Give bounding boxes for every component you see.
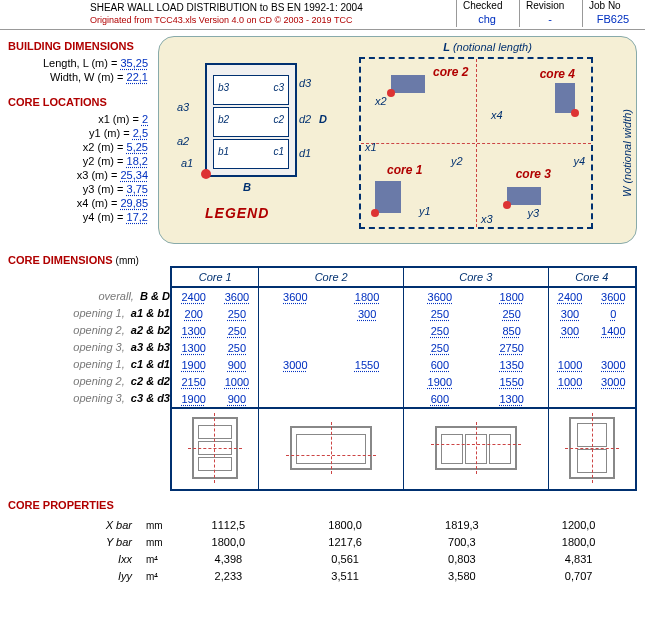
dim-cell[interactable]: 1900	[428, 376, 452, 388]
sketch-core1	[192, 417, 238, 479]
dim-cell[interactable]: 1550	[499, 376, 523, 388]
jobno-cell: Job No FB625	[582, 0, 645, 27]
prop-value: 0,561	[287, 551, 404, 568]
core4-label: core 4	[540, 67, 575, 81]
notional-length-label: L (notional length)	[359, 41, 616, 53]
dim-cell[interactable]: 1000	[225, 376, 249, 388]
prop-value: 1200,0	[520, 517, 637, 534]
param-length: Length, L (m) = 35,25	[8, 56, 148, 70]
dim-cell[interactable]: 200	[185, 308, 203, 320]
prop-value: 1112,5	[170, 517, 287, 534]
prop-label: X barmm	[8, 517, 170, 534]
dim-cell[interactable]: 1350	[499, 359, 523, 371]
core1-label: core 1	[387, 163, 422, 177]
dim-cell[interactable]: 250	[502, 308, 520, 320]
header-title-block: SHEAR WALL LOAD DISTRIBUTION to BS EN 19…	[0, 0, 456, 29]
core-frame: b3c3 b2c2 b1c1	[205, 63, 297, 177]
left-column: BUILDING DIMENSIONS Length, L (m) = 35,2…	[8, 36, 148, 244]
prop-label: Ixxm⁴	[8, 551, 170, 568]
dim-cell[interactable]: 3600	[225, 291, 249, 303]
param-y3: y3 (m) = 3,75	[8, 182, 148, 196]
doc-header: SHEAR WALL LOAD DISTRIBUTION to BS EN 19…	[0, 0, 645, 30]
v-centerline	[476, 59, 477, 227]
dim-cell[interactable]: 0	[610, 308, 616, 320]
core2-box	[391, 75, 425, 93]
dim-cell[interactable]: 300	[358, 308, 376, 320]
dim-cell[interactable]: 1000	[558, 376, 582, 388]
dim-cell[interactable]: 900	[228, 393, 246, 405]
dims-row: 13002502502750	[171, 339, 636, 356]
dim-cell[interactable]: 1800	[499, 291, 523, 303]
dim-cell[interactable]: 2150	[181, 376, 205, 388]
dim-cell[interactable]: 1300	[499, 393, 523, 405]
dim-cell[interactable]: 300	[561, 325, 579, 337]
diagram-wrap: L (notional length) b3c3 b2c2 b1c1 a1 a2…	[148, 36, 637, 244]
checked-label: Checked	[463, 0, 511, 11]
th-core4: Core 4	[548, 267, 636, 287]
dims-row: 19009006001300	[171, 390, 636, 408]
dim-cell[interactable]: 3000	[601, 376, 625, 388]
jobno-value: FB625	[589, 13, 637, 25]
core2-dot	[387, 89, 395, 97]
section-core-properties: CORE PROPERTIES	[8, 499, 637, 511]
dim-cell[interactable]: 2400	[558, 291, 582, 303]
prop-label: Iyym⁴	[8, 568, 170, 585]
dim-cell[interactable]: 250	[228, 342, 246, 354]
dim-cell[interactable]: 250	[228, 308, 246, 320]
dim-cell[interactable]: 300	[561, 308, 579, 320]
prop-label: Y barmm	[8, 534, 170, 551]
prop-value: 0,707	[520, 568, 637, 585]
param-x1: x1 (m) = 2	[8, 112, 148, 126]
dim-cell[interactable]: 1400	[601, 325, 625, 337]
dim-cell[interactable]: 1300	[181, 325, 205, 337]
dim-cell[interactable]: 1900	[181, 359, 205, 371]
dim-cell[interactable]: 3600	[601, 291, 625, 303]
prop-value: 1819,3	[404, 517, 521, 534]
section-core-dimensions: CORE DIMENSIONS (mm)	[8, 254, 637, 266]
core1-dot	[371, 209, 379, 217]
dim-cell[interactable]: 600	[431, 393, 449, 405]
dim-cell[interactable]: 3000	[601, 359, 625, 371]
legend-core-shape: b3c3 b2c2 b1c1 a1 a2 a3 d1 d2 d3 D B LEG…	[171, 57, 339, 227]
th-core3: Core 3	[403, 267, 548, 287]
dim-cell[interactable]: 3000	[283, 359, 307, 371]
core3-dot	[503, 201, 511, 209]
dim-cell[interactable]: 900	[228, 359, 246, 371]
prop-value: 700,3	[404, 534, 521, 551]
dims-row-labels: overall, B & D opening 1, a1 & b1 openin…	[8, 266, 170, 491]
core3-label: core 3	[516, 167, 551, 181]
th-core2: Core 2	[259, 267, 404, 287]
dims-row: 24003600360018003600180024003600	[171, 287, 636, 305]
dim-cell[interactable]: 1300	[181, 342, 205, 354]
dim-cell[interactable]: 3600	[428, 291, 452, 303]
prop-value: 1217,6	[287, 534, 404, 551]
doc-title: SHEAR WALL LOAD DISTRIBUTION to BS EN 19…	[90, 2, 450, 13]
dim-cell[interactable]: 250	[431, 325, 449, 337]
core1-box	[375, 181, 401, 213]
prop-value: 1800,0	[170, 534, 287, 551]
dim-cell[interactable]: 600	[431, 359, 449, 371]
prop-value: 4,398	[170, 551, 287, 568]
dim-cell[interactable]: 850	[502, 325, 520, 337]
core-dimensions-table: Core 1 Core 2 Core 3 Core 4 240036003600…	[170, 266, 637, 491]
dim-cell[interactable]: 250	[228, 325, 246, 337]
section-core-locations: CORE LOCATIONS	[8, 96, 148, 108]
length-value[interactable]: 35,25	[120, 57, 148, 69]
core2-label: core 2	[433, 65, 468, 79]
revision-value: -	[526, 13, 574, 25]
param-x4: x4 (m) = 29,85	[8, 196, 148, 210]
dim-cell[interactable]: 2750	[499, 342, 523, 354]
prop-value: 1800,0	[287, 517, 404, 534]
revision-cell: Revision -	[519, 0, 582, 27]
dim-cell[interactable]: 1900	[181, 393, 205, 405]
width-value[interactable]: 22,1	[127, 71, 148, 83]
dim-cell[interactable]: 1800	[355, 291, 379, 303]
dim-cell[interactable]: 250	[431, 308, 449, 320]
checked-value: chg	[463, 13, 511, 25]
dim-cell[interactable]: 1550	[355, 359, 379, 371]
dim-cell[interactable]: 1000	[558, 359, 582, 371]
section-building-dims: BUILDING DIMENSIONS	[8, 40, 148, 52]
dim-cell[interactable]: 2400	[181, 291, 205, 303]
dim-cell[interactable]: 3600	[283, 291, 307, 303]
dim-cell[interactable]: 250	[431, 342, 449, 354]
